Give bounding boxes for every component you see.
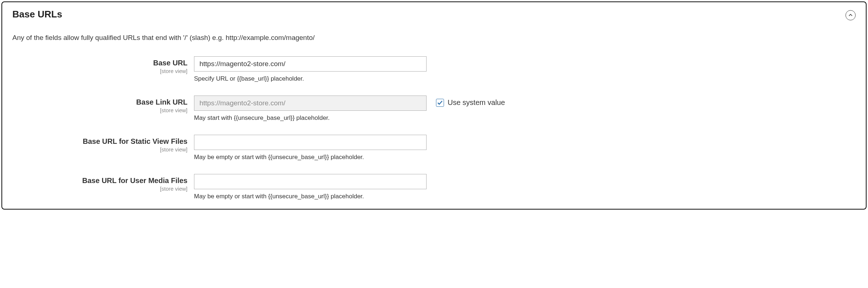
field-scope: [store view]: [12, 146, 187, 153]
field-hint: May be empty or start with {{unsecure_ba…: [194, 193, 427, 200]
use-system-value-checkbox[interactable]: Use system value: [436, 98, 505, 107]
collapse-toggle-button[interactable]: [845, 10, 856, 20]
label-column: Base URL [store view]: [12, 56, 194, 74]
field-scope: [store view]: [12, 186, 187, 192]
base-url-static-input[interactable]: [194, 135, 427, 150]
base-url-media-input[interactable]: [194, 174, 427, 189]
field-hint: Specify URL or {{base_url}} placeholder.: [194, 75, 427, 82]
field-label: Base URL for Static View Files: [12, 137, 187, 146]
section-description: Any of the fields allow fully qualified …: [12, 34, 856, 42]
field-label: Base URL for User Media Files: [12, 176, 187, 185]
label-column: Base URL for User Media Files [store vie…: [12, 174, 194, 192]
field-label: Base Link URL: [12, 98, 187, 106]
extra-column: Use system value: [427, 96, 505, 107]
label-column: Base Link URL [store view]: [12, 96, 194, 113]
input-column: May start with {{unsecure_base_url}} pla…: [194, 96, 427, 122]
base-url-input[interactable]: [194, 56, 427, 72]
field-scope: [store view]: [12, 68, 187, 74]
label-column: Base URL for Static View Files [store vi…: [12, 135, 194, 153]
checkbox-box: [436, 99, 444, 107]
chevron-up-icon: [848, 13, 853, 18]
field-row-base-url-static: Base URL for Static View Files [store vi…: [12, 135, 856, 161]
field-hint: May start with {{unsecure_base_url}} pla…: [194, 114, 427, 122]
field-scope: [store view]: [12, 107, 187, 113]
section-header: Base URLs: [12, 9, 856, 34]
input-column: Specify URL or {{base_url}} placeholder.: [194, 56, 427, 82]
field-label: Base URL: [12, 58, 187, 67]
base-link-url-input: [194, 96, 427, 111]
field-row-base-url-media: Base URL for User Media Files [store vie…: [12, 174, 856, 200]
input-column: May be empty or start with {{unsecure_ba…: [194, 135, 427, 161]
section-title: Base URLs: [12, 9, 62, 20]
input-column: May be empty or start with {{unsecure_ba…: [194, 174, 427, 200]
field-hint: May be empty or start with {{unsecure_ba…: [194, 154, 427, 161]
base-urls-section: Base URLs Any of the fields allow fully …: [1, 1, 867, 210]
checkmark-icon: [437, 100, 443, 106]
field-row-base-url: Base URL [store view] Specify URL or {{b…: [12, 56, 856, 82]
field-row-base-link-url: Base Link URL [store view] May start wit…: [12, 96, 856, 122]
checkbox-label: Use system value: [448, 98, 505, 107]
